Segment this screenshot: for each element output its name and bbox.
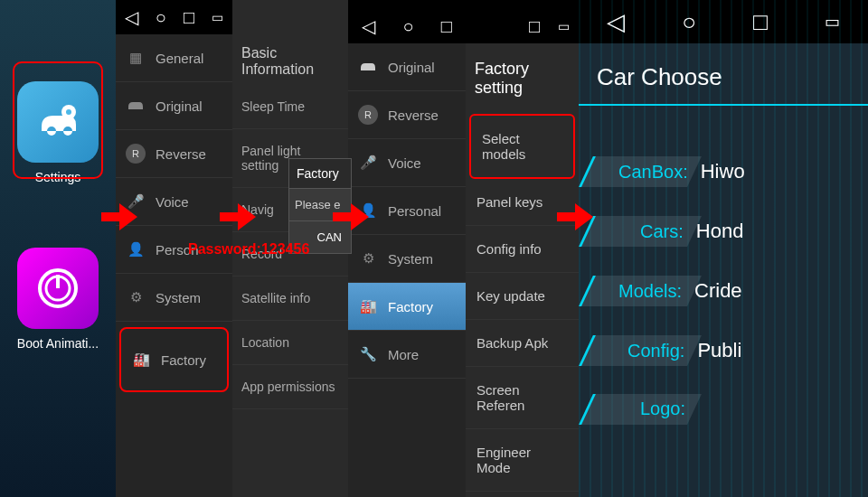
factory-backup-apk[interactable]: Backup Apk xyxy=(466,320,579,367)
menu-item-system[interactable]: ⚙System xyxy=(348,235,466,283)
factory-engineer-mode[interactable]: Engineer Mode xyxy=(466,429,579,492)
menu-label: Original xyxy=(156,98,203,114)
mic-icon: 🎤 xyxy=(357,152,379,173)
settings-menu-panel-2: ◁ ○ □ Original RReverse 🎤Voice 👤Personal… xyxy=(348,9,466,497)
gallery-icon[interactable]: ▭ xyxy=(558,19,570,33)
factory-select-models[interactable]: Select models xyxy=(469,114,575,179)
factory-icon: 🏭 xyxy=(130,349,152,370)
menu-item-reverse[interactable]: RReverse xyxy=(348,91,466,139)
recent-icon[interactable]: □ xyxy=(441,16,452,37)
menu-label: Reverse xyxy=(156,146,206,162)
car-row-models[interactable]: Models: Cride xyxy=(579,261,868,321)
cars-label: Cars: xyxy=(640,221,684,242)
basic-info-title: Basic Information xyxy=(232,0,348,85)
password-annotation: Password:123456 xyxy=(188,241,309,258)
android-navbar: ◁ ○ □ xyxy=(348,9,466,43)
settings-app-icon[interactable] xyxy=(17,81,99,163)
factory-settings-panel: □ ▭ Factory setting Select models Panel … xyxy=(466,9,579,497)
reverse-icon: R xyxy=(357,104,379,126)
boot-animation-app-icon[interactable] xyxy=(17,248,99,329)
home-screen: Settings Boot Animati... xyxy=(0,0,116,497)
home-icon[interactable]: ○ xyxy=(402,16,413,37)
android-navbar: ◁ ○ □ ▭ xyxy=(116,0,232,34)
svg-point-1 xyxy=(66,109,71,115)
arrow-icon xyxy=(333,203,369,230)
canbox-label: CanBox: xyxy=(618,162,688,183)
factory-key-update[interactable]: Key update xyxy=(466,273,579,320)
menu-item-factory[interactable]: 🏭Factory xyxy=(348,283,466,331)
menu-label: Voice xyxy=(156,194,189,210)
menu-label: Voice xyxy=(388,155,421,171)
info-sleep-time[interactable]: Sleep Time xyxy=(232,85,348,129)
back-icon[interactable]: ◁ xyxy=(125,6,138,28)
car-row-config[interactable]: Config: Publi xyxy=(579,321,868,380)
recent-icon[interactable]: □ xyxy=(529,16,540,37)
canbox-value: Hiwo xyxy=(701,160,745,183)
gallery-icon[interactable]: ▭ xyxy=(212,10,223,24)
car-row-canbox[interactable]: CanBox: Hiwo xyxy=(579,142,868,202)
recent-icon[interactable]: □ xyxy=(184,7,194,28)
car-row-cars[interactable]: Cars: Hond xyxy=(579,202,868,261)
menu-item-voice[interactable]: 🎤Voice xyxy=(348,139,466,187)
back-icon[interactable]: ◁ xyxy=(362,15,375,37)
wrench-icon: 🔧 xyxy=(357,343,379,365)
models-label: Models: xyxy=(618,281,682,302)
arrow-icon xyxy=(557,203,593,230)
reverse-icon: R xyxy=(125,143,146,164)
info-location[interactable]: Location xyxy=(232,321,348,365)
car-choose-panel: ◁ ○ □ ▭ Car Choose CanBox: Hiwo Cars: Ho… xyxy=(579,0,868,497)
system-icon: ⚙ xyxy=(357,248,379,269)
menu-item-reverse[interactable]: RReverse xyxy=(116,130,232,178)
config-value: Publi xyxy=(697,339,741,362)
menu-label: System xyxy=(388,251,433,267)
menu-label: More xyxy=(388,347,419,362)
menu-label: Factory xyxy=(388,299,433,314)
menu-item-more[interactable]: 🔧More xyxy=(348,331,466,379)
models-value: Cride xyxy=(694,279,742,303)
menu-label: Personal xyxy=(388,203,441,219)
info-permissions[interactable]: App permissions xyxy=(232,365,348,409)
person-icon: 👤 xyxy=(125,239,146,260)
home-icon[interactable]: ○ xyxy=(156,7,166,28)
menu-label: System xyxy=(156,290,201,305)
logo-label: Logo: xyxy=(640,399,685,419)
system-icon: ⚙ xyxy=(125,286,146,308)
menu-item-original[interactable]: Original xyxy=(348,43,466,91)
menu-label: General xyxy=(156,51,203,66)
car-icon xyxy=(357,56,379,78)
menu-label: Reverse xyxy=(388,108,439,123)
factory-settings-title: Factory setting xyxy=(466,43,579,114)
arrow-icon xyxy=(101,203,137,230)
info-satellite[interactable]: Satellite info xyxy=(232,277,348,321)
factory-config-info[interactable]: Config info xyxy=(466,226,579,273)
menu-label: Original xyxy=(388,60,435,75)
arrow-icon xyxy=(220,203,256,230)
menu-label: Factory xyxy=(161,352,206,368)
cars-value: Hond xyxy=(696,220,744,243)
dialog-title: Factory xyxy=(289,159,351,188)
factory-screen-ref[interactable]: Screen Referen xyxy=(466,367,579,429)
menu-item-system[interactable]: ⚙System xyxy=(116,274,232,322)
android-navbar: □ ▭ xyxy=(466,9,579,43)
config-label: Config: xyxy=(627,341,684,361)
menu-item-original[interactable]: Original xyxy=(116,82,232,130)
car-row-logo[interactable]: Logo: xyxy=(579,380,868,437)
factory-icon: 🏭 xyxy=(357,295,379,317)
boot-animation-app-label: Boot Animati... xyxy=(0,336,116,351)
grid-icon: ▦ xyxy=(125,47,146,69)
menu-item-factory[interactable]: 🏭Factory xyxy=(119,327,229,392)
car-icon xyxy=(125,95,146,117)
menu-item-general[interactable]: ▦General xyxy=(116,34,232,82)
